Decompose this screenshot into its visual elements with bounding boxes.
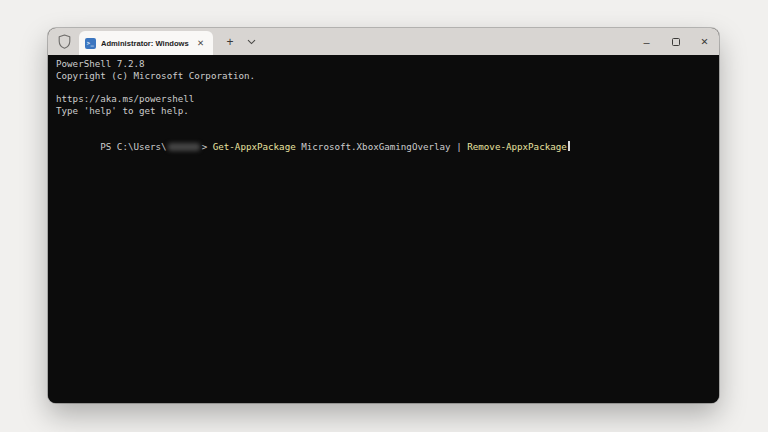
redacted-username	[168, 143, 200, 151]
tab-close-icon[interactable]: ✕	[194, 37, 207, 50]
terminal-line: https://aka.ms/powershell	[56, 93, 711, 105]
maximize-button[interactable]	[661, 28, 690, 55]
terminal-line: PowerShell 7.2.8	[56, 58, 711, 70]
admin-shield-icon	[58, 28, 72, 55]
prompt-line: PS C:\Users\> Get-AppxPackage Microsoft.…	[56, 129, 711, 164]
terminal-line: Copyright (c) Microsoft Corporation.	[56, 70, 711, 82]
command-get-appxpackage: Get-AppxPackage	[213, 141, 296, 152]
close-button[interactable]: ✕	[690, 28, 719, 55]
chevron-down-icon	[247, 39, 256, 45]
tab-administrator-powershell[interactable]: >_ Administrator: Windows Powe ✕	[79, 31, 213, 55]
title-bar[interactable]: >_ Administrator: Windows Powe ✕ + – ✕	[48, 28, 719, 55]
tab-title: Administrator: Windows Powe	[101, 39, 189, 48]
command-remove-appxpackage: Remove-AppxPackage	[462, 141, 567, 152]
minimize-button[interactable]: –	[632, 28, 661, 55]
command-argument: Microsoft.XboxGamingOverlay	[296, 141, 456, 152]
prompt-prefix: PS C:\Users\	[100, 141, 166, 152]
terminal-content[interactable]: PowerShell 7.2.8 Copyright (c) Microsoft…	[48, 55, 719, 403]
terminal-line	[56, 82, 711, 94]
powershell-icon: >_	[85, 38, 96, 49]
prompt-gt: >	[202, 141, 213, 152]
maximize-icon	[672, 38, 680, 46]
desktop-background: >_ Administrator: Windows Powe ✕ + – ✕ P…	[0, 0, 768, 432]
powershell-icon-glyph: >_	[87, 40, 95, 46]
terminal-line: Type 'help' to get help.	[56, 105, 711, 117]
tab-dropdown-button[interactable]	[241, 28, 261, 55]
titlebar-drag-region[interactable]	[261, 28, 632, 55]
terminal-line	[56, 117, 711, 129]
text-cursor	[568, 141, 570, 151]
terminal-window: >_ Administrator: Windows Powe ✕ + – ✕ P…	[48, 28, 719, 403]
new-tab-button[interactable]: +	[219, 28, 241, 55]
